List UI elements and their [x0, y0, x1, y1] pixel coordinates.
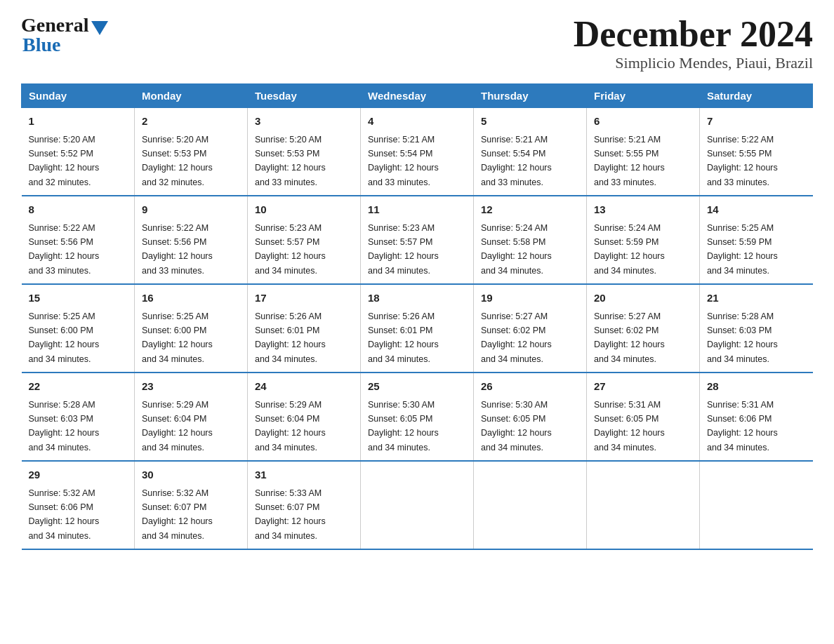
day-number: 24 [255, 379, 353, 395]
logo-blue-text: Blue [22, 34, 60, 56]
day-info: Sunrise: 5:25 AMSunset: 5:59 PMDaylight:… [707, 223, 778, 276]
col-thursday: Thursday [474, 84, 587, 108]
calendar-week-4: 22 Sunrise: 5:28 AMSunset: 6:03 PMDaylig… [22, 373, 813, 461]
col-wednesday: Wednesday [361, 84, 474, 108]
day-number: 3 [255, 114, 353, 130]
day-info: Sunrise: 5:25 AMSunset: 6:00 PMDaylight:… [29, 311, 100, 364]
table-cell: 22 Sunrise: 5:28 AMSunset: 6:03 PMDaylig… [22, 373, 135, 461]
table-cell: 19 Sunrise: 5:27 AMSunset: 6:02 PMDaylig… [474, 284, 587, 373]
day-number: 17 [255, 290, 353, 307]
day-number: 6 [594, 114, 692, 130]
day-info: Sunrise: 5:29 AMSunset: 6:04 PMDaylight:… [142, 400, 213, 452]
table-cell: 14 Sunrise: 5:25 AMSunset: 5:59 PMDaylig… [700, 196, 813, 284]
col-monday: Monday [135, 84, 248, 108]
page-header: General Blue December 2024 Simplicio Men… [21, 14, 813, 72]
day-info: Sunrise: 5:31 AMSunset: 6:06 PMDaylight:… [707, 400, 778, 452]
table-cell: 25 Sunrise: 5:30 AMSunset: 6:05 PMDaylig… [361, 373, 474, 461]
day-info: Sunrise: 5:28 AMSunset: 6:03 PMDaylight:… [29, 400, 100, 452]
col-friday: Friday [587, 84, 700, 108]
day-number: 18 [368, 290, 466, 307]
day-number: 21 [707, 290, 806, 307]
day-number: 22 [29, 379, 128, 395]
calendar-week-1: 1 Sunrise: 5:20 AMSunset: 5:52 PMDayligh… [22, 108, 813, 196]
day-number: 26 [481, 379, 579, 395]
calendar-week-5: 29 Sunrise: 5:32 AMSunset: 6:06 PMDaylig… [22, 461, 813, 549]
title-block: December 2024 Simplicio Mendes, Piaui, B… [574, 14, 813, 72]
table-cell: 28 Sunrise: 5:31 AMSunset: 6:06 PMDaylig… [700, 373, 813, 461]
day-info: Sunrise: 5:28 AMSunset: 6:03 PMDaylight:… [707, 311, 778, 364]
day-number: 25 [368, 379, 466, 395]
table-cell [361, 461, 474, 549]
table-cell: 24 Sunrise: 5:29 AMSunset: 6:04 PMDaylig… [248, 373, 361, 461]
table-cell: 17 Sunrise: 5:26 AMSunset: 6:01 PMDaylig… [248, 284, 361, 373]
day-info: Sunrise: 5:21 AMSunset: 5:55 PMDaylight:… [594, 135, 665, 187]
table-cell: 3 Sunrise: 5:20 AMSunset: 5:53 PMDayligh… [248, 108, 361, 196]
col-saturday: Saturday [700, 84, 813, 108]
table-cell: 6 Sunrise: 5:21 AMSunset: 5:55 PMDayligh… [587, 108, 700, 196]
table-cell [474, 461, 587, 549]
day-info: Sunrise: 5:22 AMSunset: 5:56 PMDaylight:… [29, 223, 100, 276]
day-info: Sunrise: 5:20 AMSunset: 5:53 PMDaylight:… [255, 135, 326, 187]
day-info: Sunrise: 5:21 AMSunset: 5:54 PMDaylight:… [481, 135, 552, 187]
day-info: Sunrise: 5:27 AMSunset: 6:02 PMDaylight:… [594, 311, 665, 364]
day-number: 12 [481, 202, 579, 218]
table-cell: 2 Sunrise: 5:20 AMSunset: 5:53 PMDayligh… [135, 108, 248, 196]
day-info: Sunrise: 5:20 AMSunset: 5:52 PMDaylight:… [29, 135, 100, 187]
table-cell: 23 Sunrise: 5:29 AMSunset: 6:04 PMDaylig… [135, 373, 248, 461]
day-info: Sunrise: 5:31 AMSunset: 6:05 PMDaylight:… [594, 400, 665, 452]
table-cell: 15 Sunrise: 5:25 AMSunset: 6:00 PMDaylig… [22, 284, 135, 373]
table-cell: 27 Sunrise: 5:31 AMSunset: 6:05 PMDaylig… [587, 373, 700, 461]
col-sunday: Sunday [22, 84, 135, 108]
table-cell [700, 461, 813, 549]
day-info: Sunrise: 5:25 AMSunset: 6:00 PMDaylight:… [142, 311, 213, 364]
table-cell: 26 Sunrise: 5:30 AMSunset: 6:05 PMDaylig… [474, 373, 587, 461]
day-info: Sunrise: 5:21 AMSunset: 5:54 PMDaylight:… [368, 135, 439, 187]
table-cell: 10 Sunrise: 5:23 AMSunset: 5:57 PMDaylig… [248, 196, 361, 284]
day-number: 31 [255, 467, 353, 483]
day-info: Sunrise: 5:29 AMSunset: 6:04 PMDaylight:… [255, 400, 326, 452]
day-number: 2 [142, 114, 240, 130]
day-number: 13 [594, 202, 692, 218]
table-cell [587, 461, 700, 549]
day-number: 7 [707, 114, 806, 130]
day-info: Sunrise: 5:22 AMSunset: 5:55 PMDaylight:… [707, 135, 778, 187]
table-cell: 7 Sunrise: 5:22 AMSunset: 5:55 PMDayligh… [700, 108, 813, 196]
day-info: Sunrise: 5:23 AMSunset: 5:57 PMDaylight:… [255, 223, 326, 276]
day-number: 4 [368, 114, 466, 130]
table-cell: 12 Sunrise: 5:24 AMSunset: 5:58 PMDaylig… [474, 196, 587, 284]
calendar-week-3: 15 Sunrise: 5:25 AMSunset: 6:00 PMDaylig… [22, 284, 813, 373]
day-number: 9 [142, 202, 240, 218]
day-info: Sunrise: 5:30 AMSunset: 6:05 PMDaylight:… [368, 400, 439, 452]
day-number: 20 [594, 290, 692, 307]
table-cell: 30 Sunrise: 5:32 AMSunset: 6:07 PMDaylig… [135, 461, 248, 549]
table-cell: 16 Sunrise: 5:25 AMSunset: 6:00 PMDaylig… [135, 284, 248, 373]
day-number: 16 [142, 290, 240, 307]
calendar-week-2: 8 Sunrise: 5:22 AMSunset: 5:56 PMDayligh… [22, 196, 813, 284]
col-tuesday: Tuesday [248, 84, 361, 108]
table-cell: 8 Sunrise: 5:22 AMSunset: 5:56 PMDayligh… [22, 196, 135, 284]
table-cell: 29 Sunrise: 5:32 AMSunset: 6:06 PMDaylig… [22, 461, 135, 549]
day-number: 29 [29, 467, 128, 483]
day-info: Sunrise: 5:30 AMSunset: 6:05 PMDaylight:… [481, 400, 552, 452]
table-cell: 18 Sunrise: 5:26 AMSunset: 6:01 PMDaylig… [361, 284, 474, 373]
table-cell: 9 Sunrise: 5:22 AMSunset: 5:56 PMDayligh… [135, 196, 248, 284]
calendar-header-row: Sunday Monday Tuesday Wednesday Thursday… [22, 84, 813, 108]
table-cell: 5 Sunrise: 5:21 AMSunset: 5:54 PMDayligh… [474, 108, 587, 196]
day-number: 11 [368, 202, 466, 218]
table-cell: 31 Sunrise: 5:33 AMSunset: 6:07 PMDaylig… [248, 461, 361, 549]
day-number: 19 [481, 290, 579, 307]
location-subtitle: Simplicio Mendes, Piaui, Brazil [574, 54, 813, 72]
day-info: Sunrise: 5:26 AMSunset: 6:01 PMDaylight:… [255, 311, 326, 364]
day-number: 15 [29, 290, 128, 307]
logo: General Blue [21, 14, 108, 56]
day-info: Sunrise: 5:32 AMSunset: 6:06 PMDaylight:… [29, 488, 100, 541]
day-number: 5 [481, 114, 579, 130]
day-number: 27 [594, 379, 692, 395]
day-info: Sunrise: 5:22 AMSunset: 5:56 PMDaylight:… [142, 223, 213, 276]
day-info: Sunrise: 5:24 AMSunset: 5:59 PMDaylight:… [594, 223, 665, 276]
day-info: Sunrise: 5:26 AMSunset: 6:01 PMDaylight:… [368, 311, 439, 364]
day-info: Sunrise: 5:33 AMSunset: 6:07 PMDaylight:… [255, 488, 326, 541]
calendar-table: Sunday Monday Tuesday Wednesday Thursday… [21, 83, 813, 550]
day-number: 23 [142, 379, 240, 395]
day-info: Sunrise: 5:20 AMSunset: 5:53 PMDaylight:… [142, 135, 213, 187]
